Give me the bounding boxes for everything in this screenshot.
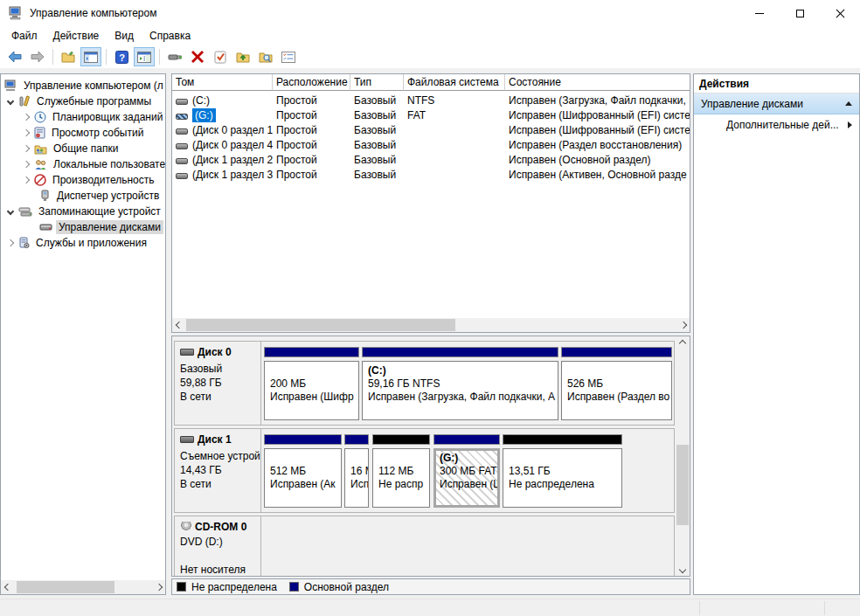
partition-title <box>509 452 621 465</box>
disk-volume-icon <box>176 158 188 164</box>
volume-layout: Простой <box>273 153 350 168</box>
status-divider <box>699 601 700 615</box>
table-row[interactable]: (Диск 1 раздел 3) Простой Базовый Исправ… <box>172 168 690 183</box>
cdrom-label[interactable]: CD-ROM 0 DVD (D:) Нет носителя <box>175 516 261 577</box>
column-header-type[interactable]: Тип <box>350 74 404 91</box>
column-header-status[interactable]: Состояние <box>505 74 690 91</box>
partition-title: (C:) <box>368 364 558 377</box>
tree-item-event-viewer[interactable]: ! Просмотр событий <box>24 125 146 141</box>
partition-disk0-3[interactable]: 526 МБ Исправен (Раздел во <box>561 361 672 420</box>
scroll-up-button[interactable] <box>676 336 690 350</box>
help-button[interactable]: ? <box>111 47 132 66</box>
tree-item-performance[interactable]: Производительность <box>24 172 156 188</box>
disk-size: 59,88 ГБ <box>180 377 222 389</box>
disk-state: В сети <box>180 478 212 490</box>
scrollbar-thumb[interactable] <box>17 581 114 593</box>
partition-disk1-g-selected[interactable]: (G:) 300 МБ FAT Исправен (Ш <box>433 448 500 508</box>
column-header-volume[interactable]: Том <box>172 74 273 91</box>
partition-disk0-1[interactable]: 200 МБ Исправен (Шифр <box>264 361 359 420</box>
disk-name: Диск 1 <box>198 433 232 446</box>
column-header-layout[interactable]: Расположение <box>273 74 350 91</box>
scroll-left-button[interactable] <box>172 318 185 332</box>
tree-item-storage[interactable]: Запоминающие устройст <box>8 204 163 219</box>
close-button[interactable] <box>820 0 860 26</box>
volume-status: Исправен (Раздел восстановления) <box>505 138 690 153</box>
scroll-down-button[interactable] <box>676 563 690 576</box>
check-page-button[interactable] <box>210 47 231 66</box>
menu-file[interactable]: Файл <box>3 28 45 44</box>
menu-view[interactable]: Вид <box>107 28 142 44</box>
disk-graphical-panel: Диск 0 Базовый 59,88 ГБ В сети 200 МБ Ис… <box>171 336 690 577</box>
chevron-down-icon[interactable] <box>7 208 14 215</box>
scrollbar-thumb[interactable] <box>186 319 455 331</box>
scroll-left-button[interactable] <box>1 580 14 594</box>
chevron-right-icon[interactable] <box>23 145 30 152</box>
tree-item-services[interactable]: Службы и приложения <box>8 235 149 251</box>
partition-disk0-c[interactable]: (C:) 59,16 ГБ NTFS Исправен (Загрузка, Ф… <box>362 361 558 420</box>
disk-volume-icon <box>176 143 188 149</box>
action-pane-toggle-button[interactable] <box>134 47 155 66</box>
toolbar: ? <box>0 45 860 68</box>
scroll-right-button[interactable] <box>676 318 690 332</box>
partition-disk1-1[interactable]: 512 МБ Исправен (Ак <box>264 448 342 508</box>
partition-disk1-2[interactable]: 16 М Исп <box>344 448 369 508</box>
back-button[interactable] <box>4 47 25 66</box>
console-tree-toggle-button[interactable] <box>80 47 101 66</box>
maximize-button[interactable] <box>780 0 820 26</box>
disk1-label[interactable]: Диск 1 Съемное устрой 14,43 ГБ В сети <box>175 429 261 512</box>
local-users-icon <box>34 159 47 170</box>
scrollbar-thumb[interactable] <box>676 445 689 525</box>
folder-search-button[interactable] <box>255 47 276 66</box>
tree-item-system-tools[interactable]: Служебные программы <box>8 93 154 109</box>
tree-item-local-users[interactable]: Локальные пользовате <box>24 156 166 172</box>
partition-disk1-3[interactable]: 112 МБ Не распр <box>372 448 430 508</box>
tree-item-label: Производительность <box>50 173 156 187</box>
chevron-right-icon[interactable] <box>23 176 30 183</box>
scroll-right-button[interactable] <box>152 580 165 594</box>
forward-icon <box>30 51 45 63</box>
table-row[interactable]: (C:) Простой Базовый NTFS Исправен (Загр… <box>172 93 690 108</box>
partition-disk1-5[interactable]: 13,51 ГБ Не распределена <box>503 448 622 508</box>
disk-drive-icon <box>180 349 194 356</box>
tree-item-label: Службы и приложения <box>33 236 149 250</box>
table-row[interactable]: (Диск 0 раздел 1) Простой Базовый Исправ… <box>172 123 690 138</box>
properties-button[interactable] <box>278 47 299 66</box>
tree-item-computer-management[interactable]: Управление компьютером (л <box>4 78 166 93</box>
chevron-right-icon[interactable] <box>23 161 30 168</box>
folder-button[interactable] <box>58 47 79 66</box>
device-button[interactable] <box>164 47 185 66</box>
partition-color-bar <box>433 434 500 445</box>
disk-volume-icon <box>176 99 188 105</box>
actions-group-disk-management[interactable]: Управление дисками <box>694 93 859 114</box>
volume-fs: FAT <box>404 108 505 123</box>
submenu-arrow-icon <box>848 121 852 128</box>
volume-status: Исправен (Активен, Основной разде <box>505 168 690 183</box>
table-row-selected[interactable]: (G:) Простой Базовый FAT Исправен (Шифро… <box>172 108 690 123</box>
minimize-button[interactable] <box>739 0 780 26</box>
menu-help[interactable]: Справка <box>142 28 198 44</box>
tree-item-disk-management[interactable]: Управление дисками <box>39 219 163 235</box>
table-row[interactable]: (Диск 1 раздел 2) Простой Базовый Исправ… <box>172 153 690 168</box>
disk-pane-vertical-scrollbar[interactable] <box>676 336 690 576</box>
chevron-right-icon[interactable] <box>23 114 30 121</box>
menu-action[interactable]: Действие <box>45 28 108 44</box>
tree-item-shared-folders[interactable]: Общие папки <box>24 141 121 156</box>
table-row[interactable]: (Диск 0 раздел 4) Простой Базовый Исправ… <box>172 138 690 153</box>
disk0-label[interactable]: Диск 0 Базовый 59,88 ГБ В сети <box>175 342 261 425</box>
device-icon <box>168 52 183 62</box>
tree-item-task-scheduler[interactable]: Планировщик заданий <box>24 109 165 125</box>
actions-more-actions[interactable]: Дополнительные дей... <box>694 114 859 135</box>
chevron-right-icon[interactable] <box>23 129 30 136</box>
tree-item-device-manager[interactable]: Диспетчер устройств <box>39 188 162 204</box>
folder-up-button[interactable] <box>232 47 253 66</box>
status-bar <box>0 599 860 616</box>
volume-list-horizontal-scrollbar[interactable] <box>172 318 690 332</box>
forward-button[interactable] <box>27 47 48 66</box>
actions-group-label: Управление дисками <box>701 98 845 110</box>
partition-status: Исп <box>350 478 368 491</box>
tree-horizontal-scrollbar[interactable] <box>1 580 165 594</box>
chevron-down-icon[interactable] <box>7 98 14 105</box>
delete-button[interactable] <box>187 47 208 66</box>
chevron-right-icon[interactable] <box>7 239 14 246</box>
column-header-filesystem[interactable]: Файловая система <box>404 74 505 91</box>
